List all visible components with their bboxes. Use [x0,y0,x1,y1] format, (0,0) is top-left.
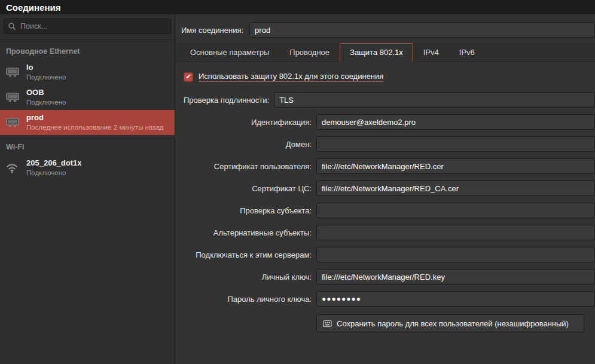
section-header: Wi-Fi [0,135,175,155]
sidebar: Проводное EthernetloПодключеноOOBПодключ… [0,14,175,364]
field-label-ca-cert: Сертификат ЦС: [175,184,312,193]
section-header: Проводное Ethernet [0,39,175,60]
field-row-private-key: Личный ключ: [175,269,595,285]
window-titlebar: Соединения [0,0,595,14]
connection-status: Последнее использование 2 минуты назад [26,123,164,132]
authentication-combobox[interactable]: TLS [274,92,595,108]
connection-item-OOB[interactable]: OOBПодключено [0,85,175,110]
window-title: Соединения [6,2,61,13]
use-8021x-label: Использовать защиту 802.1x для этого сое… [199,72,383,82]
wifi-icon [6,163,20,173]
field-label-private-key: Личный ключ: [175,273,312,282]
field-label-key-password: Пароль личного ключа: [175,295,312,304]
ethernet-icon [6,118,20,128]
authentication-value: TLS [279,96,294,105]
connection-item-205_206_dot1x[interactable]: 205_206_dot1xПодключено [0,155,175,181]
authentication-label: Проверка подлинности: [184,96,269,105]
field-label-domain: Домен: [175,140,312,149]
main-pane: Имя соединения: Основные параметрыПровод… [175,14,595,364]
tab-general[interactable]: Основные параметры [180,43,279,62]
field-input-user-cert[interactable] [316,158,595,174]
field-input-domain[interactable] [316,136,595,152]
field-row-identity: Идентификация: [175,114,595,130]
save-password-row: Сохранить пароль для всех пользователей … [175,314,595,332]
field-label-alt-subjects: Альтернативные субъекты: [175,228,312,237]
field-label-subject-match: Проверка субъекта: [175,206,312,215]
connection-name-row: Имя соединения: [181,22,595,38]
field-label-user-cert: Сертификат пользователя: [175,162,312,171]
save-icon [323,319,332,328]
field-input-connect-servers[interactable] [316,247,595,262]
use-8021x-checkbox[interactable]: ✔ [184,72,193,82]
search-row [0,14,175,39]
fields: Идентификация:Домен:Сертификат пользоват… [175,114,595,307]
tab-bar: Основные параметрыПроводноеЗащита 802.1x… [175,43,595,62]
connection-status: Подключено [26,98,66,107]
field-label-connect-servers: Подключаться к этим серверам: [175,250,312,259]
connection-name: OOB [26,88,66,98]
field-row-key-password: Пароль личного ключа: [175,291,595,307]
connection-name: prod [26,113,164,123]
connection-name: lo [26,63,66,73]
app-body: Проводное EthernetloПодключеноOOBПодключ… [0,14,595,364]
checkmark-icon: ✔ [185,74,191,80]
field-row-alt-subjects: Альтернативные субъекты: [175,225,595,240]
save-password-label: Сохранить пароль для всех пользователей … [337,319,569,328]
field-row-ca-cert: Сертификат ЦС: [175,181,595,196]
tab-security-8021x[interactable]: Защита 802.1x [340,43,413,62]
field-input-subject-match[interactable] [316,203,595,218]
field-input-alt-subjects[interactable] [316,225,595,240]
connection-item-prod[interactable]: prodПоследнее использование 2 минуты наз… [0,110,175,135]
connection-list: Проводное EthernetloПодключеноOOBПодключ… [0,39,175,364]
field-row-user-cert: Сертификат пользователя: [175,158,595,174]
tab-ipv4[interactable]: IPv4 [413,43,449,62]
field-row-connect-servers: Подключаться к этим серверам: [175,247,595,262]
security-8021x-panel: ✔ Использовать защиту 802.1x для этого с… [175,62,595,364]
use-8021x-row[interactable]: ✔ Использовать защиту 802.1x для этого с… [184,72,595,82]
tab-ipv6[interactable]: IPv6 [449,43,485,62]
ethernet-icon [6,68,20,78]
tab-ethernet[interactable]: Проводное [279,43,340,62]
search-input[interactable] [4,19,171,34]
field-row-domain: Домен: [175,136,595,152]
field-row-subject-match: Проверка субъекта: [175,203,595,218]
field-label-identity: Идентификация: [175,118,312,127]
field-input-ca-cert[interactable] [316,181,595,196]
field-input-identity[interactable] [316,114,595,130]
connection-name: 205_206_dot1x [26,158,82,169]
ethernet-icon [6,93,20,103]
connection-item-lo[interactable]: loПодключено [0,60,175,85]
connection-status: Подключено [26,169,82,178]
connection-name-label: Имя соединения: [181,26,243,35]
authentication-row: Проверка подлинности: TLS [184,92,595,108]
connection-status: Подключено [26,73,66,82]
field-input-key-password[interactable] [316,291,595,307]
field-input-private-key[interactable] [316,269,595,285]
connection-name-input[interactable] [249,22,595,38]
save-password-button[interactable]: Сохранить пароль для всех пользователей … [316,314,584,332]
search-icon [8,22,16,30]
